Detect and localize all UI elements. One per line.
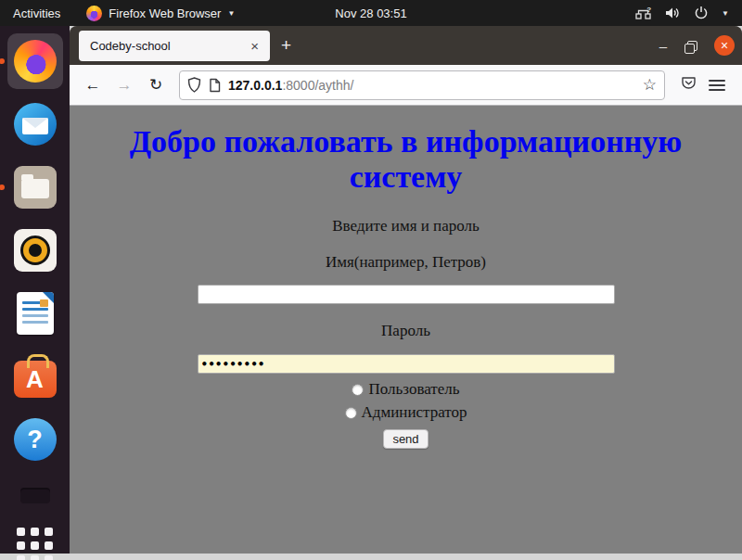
radio-row-user[interactable]: Пользователь	[352, 380, 459, 399]
radio-label-admin: Администратор	[362, 403, 467, 422]
instruction-text: Введите имя и пароль	[332, 217, 480, 235]
firefox-mini-icon	[86, 6, 102, 21]
tab-title: Codeby-school	[90, 39, 247, 53]
svg-text:?: ?	[646, 6, 651, 14]
desktop-bottom-edge	[0, 554, 742, 560]
thunderbird-icon	[14, 103, 57, 146]
restore-button[interactable]	[687, 41, 697, 51]
dock-item-firefox[interactable]	[7, 33, 63, 89]
dock-item-help[interactable]: ?	[7, 412, 63, 467]
navigation-toolbar: ← → ↻ 127.0.0.1:8000/aythh/ ☆	[70, 65, 742, 106]
radio-row-admin[interactable]: Администратор	[345, 403, 467, 422]
url-text[interactable]: 127.0.0.1:8000/aythh/	[228, 78, 635, 93]
minimize-button[interactable]: –	[656, 38, 671, 54]
files-icon	[14, 166, 57, 209]
caret-down-icon: ▼	[227, 9, 235, 18]
dock-item-ubuntu-software[interactable]: A	[7, 349, 63, 404]
dock-item-trash[interactable]	[7, 480, 63, 512]
page-content: Добро пожаловать в информационную систем…	[70, 106, 742, 553]
power-icon	[694, 6, 709, 20]
radio-button-admin[interactable]	[345, 407, 357, 419]
new-tab-button[interactable]: +	[270, 33, 302, 57]
dock-item-thunderbird[interactable]	[7, 96, 63, 152]
ubuntu-software-icon: A	[14, 361, 57, 398]
dock-item-files[interactable]	[7, 159, 63, 215]
firefox-icon	[14, 40, 57, 83]
name-input[interactable]	[198, 285, 615, 304]
radio-label-user: Пользователь	[368, 380, 459, 399]
rhythmbox-icon	[14, 229, 57, 272]
window-controls: – ×	[656, 26, 735, 65]
network-question-icon: ?	[635, 6, 652, 20]
help-icon: ?	[14, 418, 57, 461]
url-bar[interactable]: 127.0.0.1:8000/aythh/ ☆	[179, 70, 665, 100]
tab-codeby-school[interactable]: Codeby-school ×	[79, 31, 270, 61]
forward-button[interactable]: →	[110, 71, 138, 99]
send-button[interactable]: send	[383, 429, 428, 449]
tab-bar: Codeby-school × + – ×	[70, 26, 742, 65]
shield-permissions-icon[interactable]	[187, 77, 201, 93]
url-path: :8000/aythh/	[282, 78, 353, 93]
firefox-window: Codeby-school × + – × ← → ↻ 127.0.0.1:80…	[70, 26, 742, 554]
running-indicator-dot	[0, 58, 5, 64]
volume-icon	[665, 6, 681, 20]
password-field-label: Пароль	[381, 322, 430, 340]
show-applications-button[interactable]	[7, 517, 63, 560]
running-indicator-dot	[0, 185, 5, 190]
app-menu-label: Firefox Web Browser	[109, 6, 221, 20]
dock-item-libreoffice-writer[interactable]	[7, 286, 63, 341]
close-window-button[interactable]: ×	[714, 35, 735, 56]
reload-button[interactable]: ↻	[142, 71, 170, 99]
tab-close-icon[interactable]: ×	[247, 38, 262, 54]
caret-down-icon: ▼	[722, 9, 729, 18]
hamburger-menu-icon[interactable]	[709, 84, 725, 86]
page-title: Добро пожаловать в информационную систем…	[128, 124, 684, 195]
system-tray[interactable]: ? ▼	[635, 6, 742, 20]
back-button[interactable]: ←	[79, 71, 107, 99]
radio-button-user[interactable]	[352, 384, 364, 396]
system-top-bar: Activities Firefox Web Browser ▼ Nov 28 …	[0, 0, 742, 26]
app-grid-icon	[17, 528, 53, 560]
activities-button[interactable]: Activities	[0, 6, 77, 20]
ubuntu-dock: A ?	[0, 26, 70, 554]
dock-item-rhythmbox[interactable]	[7, 223, 63, 278]
trash-icon	[20, 490, 50, 503]
site-info-page-icon[interactable]	[209, 78, 221, 93]
password-input[interactable]	[198, 354, 615, 374]
pocket-icon[interactable]	[680, 75, 697, 95]
name-field-label: Имя(например, Петров)	[326, 253, 486, 272]
bookmark-star-icon[interactable]: ☆	[643, 75, 657, 95]
app-menu[interactable]: Firefox Web Browser ▼	[77, 6, 244, 21]
url-host: 127.0.0.1	[228, 78, 282, 93]
libreoffice-writer-icon	[17, 292, 54, 335]
